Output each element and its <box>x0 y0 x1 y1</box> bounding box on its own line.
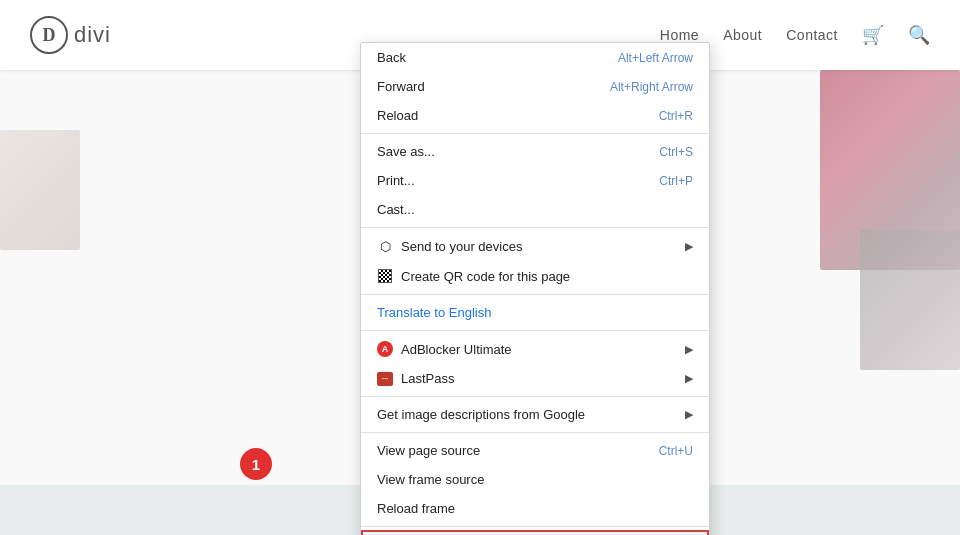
context-menu: Back Alt+Left Arrow Forward Alt+Right Ar… <box>360 42 710 535</box>
cm-sep-7 <box>361 526 709 527</box>
cm-sep-4 <box>361 330 709 331</box>
cm-inspect[interactable]: Inspect Ctrl+Shift+I <box>361 530 709 535</box>
cm-image-desc[interactable]: Get image descriptions from Google ▶ <box>361 400 709 429</box>
logo[interactable]: D divi <box>30 16 111 54</box>
cart-icon[interactable]: 🛒 <box>862 24 884 46</box>
lastpass-arrow-icon: ▶ <box>685 372 693 385</box>
logo-icon: D <box>30 16 68 54</box>
nav-home[interactable]: Home <box>660 27 699 43</box>
cm-lastpass[interactable]: ··· LastPass ▶ <box>361 364 709 393</box>
lastpass-icon: ··· <box>377 372 393 386</box>
cm-sep-5 <box>361 396 709 397</box>
cm-sep-2 <box>361 227 709 228</box>
cm-reload-frame[interactable]: Reload frame <box>361 494 709 523</box>
cm-view-source[interactable]: View page source Ctrl+U <box>361 436 709 465</box>
nav-about[interactable]: About <box>723 27 762 43</box>
cm-forward[interactable]: Forward Alt+Right Arrow <box>361 72 709 101</box>
cm-send-devices[interactable]: ⬡ Send to your devices ▶ <box>361 231 709 261</box>
adblocker-arrow-icon: ▶ <box>685 343 693 356</box>
step-badge: 1 <box>240 448 272 480</box>
logo-name: divi <box>74 22 111 48</box>
cm-translate[interactable]: Translate to English <box>361 298 709 327</box>
image-desc-arrow-icon: ▶ <box>685 408 693 421</box>
adblocker-icon: A <box>377 341 393 357</box>
cm-view-frame-source[interactable]: View frame source <box>361 465 709 494</box>
cm-print[interactable]: Print... Ctrl+P <box>361 166 709 195</box>
cm-sep-1 <box>361 133 709 134</box>
nav-contact[interactable]: Contact <box>786 27 838 43</box>
cm-reload[interactable]: Reload Ctrl+R <box>361 101 709 130</box>
cm-back[interactable]: Back Alt+Left Arrow <box>361 43 709 72</box>
cm-sep-3 <box>361 294 709 295</box>
cm-cast[interactable]: Cast... <box>361 195 709 224</box>
cm-create-qr[interactable]: Create QR code for this page <box>361 261 709 291</box>
arrow-icon: ▶ <box>685 240 693 253</box>
cm-sep-6 <box>361 432 709 433</box>
send-icon: ⬡ <box>377 238 393 254</box>
qr-icon <box>377 268 393 284</box>
cm-save-as[interactable]: Save as... Ctrl+S <box>361 137 709 166</box>
search-icon[interactable]: 🔍 <box>908 24 930 46</box>
cm-adblocker[interactable]: A AdBlocker Ultimate ▶ <box>361 334 709 364</box>
